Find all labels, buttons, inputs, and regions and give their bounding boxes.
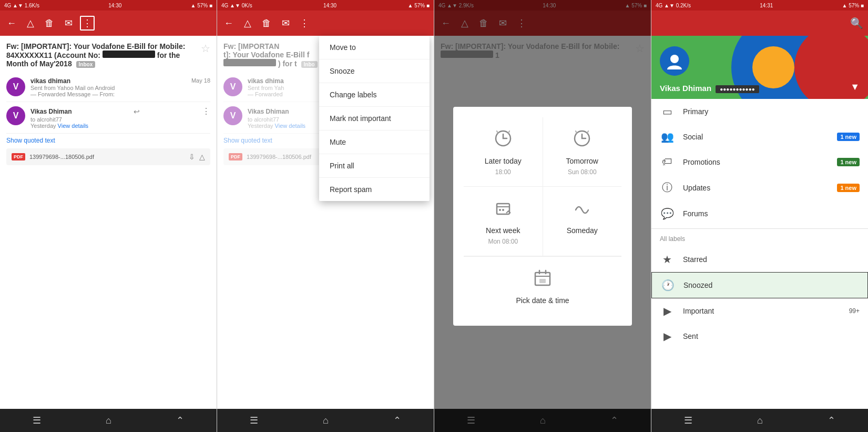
forums-icon: 💬: [660, 207, 675, 220]
avatar-1: V: [6, 77, 25, 96]
menu-item-snooze[interactable]: Snooze: [319, 59, 430, 83]
nav-bar-1: ☰ ⌂ ⌃: [0, 409, 217, 432]
menu-item-move-to[interactable]: Move to: [319, 36, 430, 59]
sent-icon: ▶: [660, 330, 675, 343]
status-right-2: ▲ 57% ■: [407, 3, 430, 8]
mail-button-2[interactable]: ✉: [278, 16, 293, 31]
updates-icon: ⓘ: [660, 180, 675, 195]
attachment-name-2: 139979698-...180506.pdf: [247, 154, 311, 160]
sidebar-content: ▭ Primary 👥 Social 1 new 🏷 Promotions 1 …: [651, 99, 868, 409]
nav-back-2[interactable]: ⌃: [393, 415, 401, 426]
status-right-1: ▲ 57% ■: [190, 3, 212, 8]
menu-item-mark-not-important[interactable]: Mark not important: [319, 107, 430, 130]
nav-menu-1[interactable]: ☰: [33, 415, 41, 426]
circle-yellow: [752, 46, 794, 88]
menu-item-change-labels[interactable]: Change labels: [319, 83, 430, 107]
redacted-bar-2: [223, 59, 276, 66]
tomorrow-icon: [571, 128, 593, 154]
three-dot-1[interactable]: ⋮: [202, 106, 210, 116]
snooze-tomorrow[interactable]: Tomorrow Sun 08:00: [543, 117, 622, 186]
starred-label: Starred: [683, 255, 860, 264]
attachment-1: PDF 139979698-...180506.pdf ⇩ △: [6, 148, 210, 165]
menu-item-print-all[interactable]: Print all: [319, 154, 430, 178]
sender-name-2: Vikas Dhiman: [30, 108, 72, 115]
updates-label: Updates: [683, 184, 829, 192]
important-label: Important: [683, 307, 841, 315]
status-time-4: 14:31: [760, 3, 773, 8]
menu-item-report-spam[interactable]: Report spam: [319, 178, 430, 201]
nav-forums[interactable]: 💬 Forums: [651, 201, 868, 226]
thread-meta-1b: — Forwarded Message — From:: [30, 91, 210, 97]
forums-label: Forums: [683, 209, 860, 218]
thread-content-1: vikas dhiman May 18 Sent from Yahoo Mail…: [30, 77, 210, 97]
svg-point-7: [670, 55, 679, 63]
thread-meta-1a: Sent from Yahoo Mail on Android: [30, 85, 210, 91]
sidebar-username: Vikas Dhiman ●●●●●●●●●●●: [660, 84, 759, 93]
more-button-1[interactable]: ⋮: [80, 16, 95, 31]
back-button-2[interactable]: ←: [221, 16, 236, 31]
snooze-overlay: Later today 18:00 Tomorrow Sun 08:00: [434, 0, 651, 432]
nav-back-4[interactable]: ⌃: [828, 415, 835, 426]
primary-label: Primary: [683, 107, 860, 116]
email-view-1: ☆ Fw: [IMPORTANT]: Your Vodafone E-Bill …: [0, 36, 217, 409]
divider-1: [651, 228, 868, 229]
svg-rect-6: [539, 279, 546, 283]
menu-item-mute[interactable]: Mute: [319, 130, 430, 154]
download-icon-1[interactable]: ⇩: [189, 153, 195, 161]
delete-button-1[interactable]: 🗑: [42, 16, 57, 31]
nav-home-4[interactable]: ⌂: [757, 415, 763, 426]
star-icon-1[interactable]: ☆: [201, 42, 210, 55]
later-today-label: Later today: [485, 157, 522, 165]
show-quoted-1[interactable]: Show quoted text: [6, 137, 210, 144]
nav-back-1[interactable]: ⌃: [176, 415, 184, 426]
delete-button-2[interactable]: 🗑: [259, 16, 274, 31]
nav-starred[interactable]: ★ Starred: [651, 247, 868, 272]
pdf-icon-2: PDF: [229, 153, 242, 160]
attachment-name-1: 139979698-...180506.pdf: [29, 154, 94, 160]
nav-important[interactable]: ▶ Important 99+: [651, 298, 868, 324]
snooze-next-week[interactable]: Next week Mon 08:00: [464, 187, 543, 256]
nav-snoozed[interactable]: 🕐 Snoozed: [651, 272, 868, 298]
thread-date-2: Yesterday View details: [30, 123, 210, 129]
status-bar-2: 4G ▲▼ 0K/s 14:30 ▲ 57% ■: [217, 0, 434, 11]
nav-updates[interactable]: ⓘ Updates 1 new: [651, 174, 868, 201]
nav-social[interactable]: 👥 Social 1 new: [651, 124, 868, 149]
email-badge: ●●●●●●●●●●●: [716, 85, 759, 93]
account-switcher[interactable]: ▼: [850, 82, 860, 93]
thread-item-2: V Vikas Dhiman ↩ ⋮ to alcrohit77 Yesterd…: [6, 102, 210, 134]
nav-home-2[interactable]: ⌂: [323, 415, 329, 426]
someday-label: Someday: [567, 226, 598, 235]
panel-4: 4G ▲▼ 0.2K/s 14:31 ▲ 57% ■ 🔍 Vikas Dhima…: [651, 0, 868, 432]
search-button-4[interactable]: 🔍: [849, 16, 864, 31]
mail-button-1[interactable]: ✉: [61, 16, 76, 31]
nav-home-1[interactable]: ⌂: [106, 415, 111, 426]
all-labels-title: All labels: [651, 231, 868, 247]
nav-menu-2[interactable]: ☰: [250, 415, 258, 426]
sender-name-3: vikas dhima: [248, 77, 284, 85]
status-bar-1: 4G ▲▼ 1.6K/s 14:30 ▲ 57% ■: [0, 0, 217, 11]
status-right-4: ▲ 57% ■: [842, 3, 864, 8]
back-button-1[interactable]: ←: [4, 16, 19, 31]
thread-item-1: V vikas dhiman May 18 Sent from Yahoo Ma…: [6, 73, 210, 102]
sent-label: Sent: [683, 332, 860, 340]
updates-badge: 1 new: [837, 184, 860, 192]
status-time-1: 14:30: [108, 3, 121, 8]
next-week-label: Next week: [486, 226, 520, 235]
tomorrow-label: Tomorrow: [566, 157, 598, 165]
snooze-bottom-row: Next week Mon 08:00 Someday: [464, 187, 621, 256]
view-details-2[interactable]: View details: [275, 123, 306, 129]
more-button-2[interactable]: ⋮: [297, 16, 312, 31]
top-bar-2: ← △ 🗑 ✉ ⋮: [217, 11, 434, 36]
nav-menu-4[interactable]: ☰: [684, 415, 692, 426]
archive-button-2[interactable]: △: [240, 16, 255, 31]
nav-primary[interactable]: ▭ Primary: [651, 99, 868, 124]
nav-sent[interactable]: ▶ Sent: [651, 324, 868, 349]
snooze-someday[interactable]: Someday: [543, 187, 622, 256]
nav-promotions[interactable]: 🏷 Promotions 1 new: [651, 149, 868, 174]
archive-button-1[interactable]: △: [23, 16, 38, 31]
reply-icon-1: ↩: [134, 107, 140, 116]
view-details-1[interactable]: View details: [58, 123, 89, 129]
drive-icon-1[interactable]: △: [199, 153, 205, 161]
snooze-pick-date[interactable]: Pick date & time: [464, 256, 621, 315]
snooze-later-today[interactable]: Later today 18:00: [464, 117, 543, 186]
